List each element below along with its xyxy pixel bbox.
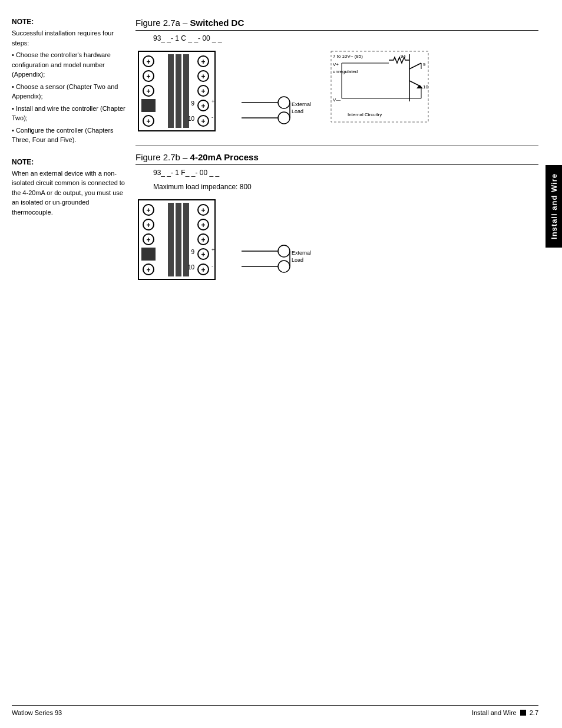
note1-intro: Successful installation requires four st… — [12, 28, 130, 145]
wiring-svg-b: External Load — [242, 197, 312, 282]
svg-rect-7 — [141, 99, 156, 112]
footer-page: 2.7 — [530, 709, 538, 716]
svg-text:+: + — [201, 221, 205, 229]
svg-text:unregulated: unregulated — [333, 69, 358, 74]
side-tab: Install and Wire — [546, 165, 562, 248]
note2-text: When an external device with a non-isola… — [12, 169, 130, 218]
svg-text:+: + — [201, 206, 205, 215]
main-content: Figure 2.7a – Switched DC 93_ _- 1 C _ _… — [135, 18, 538, 294]
svg-point-82 — [278, 245, 290, 257]
figure-b-diagram: + + + + + + + — [135, 197, 538, 282]
svg-text:+: + — [146, 236, 150, 244]
left-column: NOTE: Successful installation requires f… — [12, 18, 130, 222]
svg-text:+: + — [201, 73, 205, 81]
svg-rect-10 — [168, 54, 174, 128]
footer: Watlow Series 93 Install and Wire 2.7 — [12, 705, 538, 716]
svg-text:10: 10 — [188, 116, 195, 122]
svg-text:9: 9 — [191, 249, 194, 255]
footer-right: Install and Wire 2.7 — [472, 709, 538, 716]
svg-text:+: + — [146, 73, 150, 81]
controller-svg-b: + + + + + + + — [135, 197, 224, 282]
footer-right-text: Install and Wire — [472, 709, 517, 716]
svg-text:+: + — [201, 236, 205, 244]
svg-text:7 to 10V~ (85): 7 to 10V~ (85) — [333, 54, 363, 59]
figure-a-diagram: + + + + + + — [135, 48, 538, 134]
svg-text:+: + — [201, 117, 205, 126]
svg-text:+: + — [146, 206, 150, 215]
figure-b-maxload: Maximum load impedance: 800 — [153, 183, 538, 191]
footer-square — [520, 710, 526, 716]
figure-a-title: Figure 2.7a – Switched DC — [135, 18, 538, 31]
svg-text:+: + — [146, 117, 150, 126]
svg-line-42 — [409, 63, 421, 69]
svg-text:+: + — [201, 87, 205, 95]
svg-text:V—: V— — [333, 97, 340, 103]
figure-b-model: 93_ _- 1 F_ _- 00 _ _ — [153, 169, 538, 177]
svg-text:-: - — [211, 114, 213, 120]
svg-text:10: 10 — [188, 264, 195, 271]
svg-rect-36 — [331, 51, 428, 122]
svg-text:+: + — [146, 58, 150, 66]
figure-b-title: Figure 2.7b – 4-20mA Process — [135, 152, 538, 165]
svg-text:+: + — [201, 266, 205, 274]
svg-rect-64 — [168, 203, 174, 276]
svg-text:+: + — [201, 251, 205, 259]
wiring-svg-a: External Load — [242, 48, 312, 134]
svg-rect-61 — [141, 248, 156, 261]
svg-marker-44 — [416, 85, 423, 88]
svg-rect-65 — [176, 203, 181, 276]
section-divider — [135, 146, 538, 146]
figure-b-section: Figure 2.7b – 4-20mA Process 93_ _- 1 F_… — [135, 152, 538, 282]
svg-text:+: + — [146, 266, 150, 274]
svg-text:Load: Load — [292, 108, 303, 114]
svg-point-31 — [278, 112, 290, 124]
svg-text:+: + — [211, 98, 214, 104]
svg-text:9: 9 — [191, 100, 194, 107]
svg-text:V+: V+ — [333, 62, 339, 67]
svg-point-28 — [278, 97, 290, 108]
note1-title: NOTE: — [12, 18, 130, 26]
ext-circuit-svg-a: 7 to 10V~ (85) V+ unregulated 94 9 10 — [330, 48, 433, 134]
svg-text:External: External — [292, 250, 311, 256]
svg-text:+: + — [201, 102, 205, 110]
note2-title: NOTE: — [12, 158, 130, 166]
controller-svg-a: + + + + + + — [135, 48, 224, 134]
svg-text:+: + — [211, 247, 214, 253]
figure-a-section: Figure 2.7a – Switched DC 93_ _- 1 C _ _… — [135, 18, 538, 134]
svg-text:+: + — [201, 58, 205, 66]
svg-text:Internal Circuitry: Internal Circuitry — [348, 112, 382, 117]
svg-rect-11 — [176, 54, 181, 128]
svg-text:External: External — [292, 101, 311, 107]
svg-text:10: 10 — [423, 84, 428, 90]
svg-text:+: + — [146, 221, 150, 229]
footer-left: Watlow Series 93 — [12, 709, 62, 716]
figure-a-model: 93_ _- 1 C _ _- 00 _ _ — [153, 34, 538, 42]
svg-point-85 — [278, 261, 290, 272]
side-tab-label: Install and Wire — [550, 173, 558, 239]
svg-text:+: + — [146, 87, 150, 95]
svg-text:-: - — [211, 263, 213, 269]
svg-text:9: 9 — [423, 62, 426, 67]
svg-text:Load: Load — [292, 257, 303, 263]
